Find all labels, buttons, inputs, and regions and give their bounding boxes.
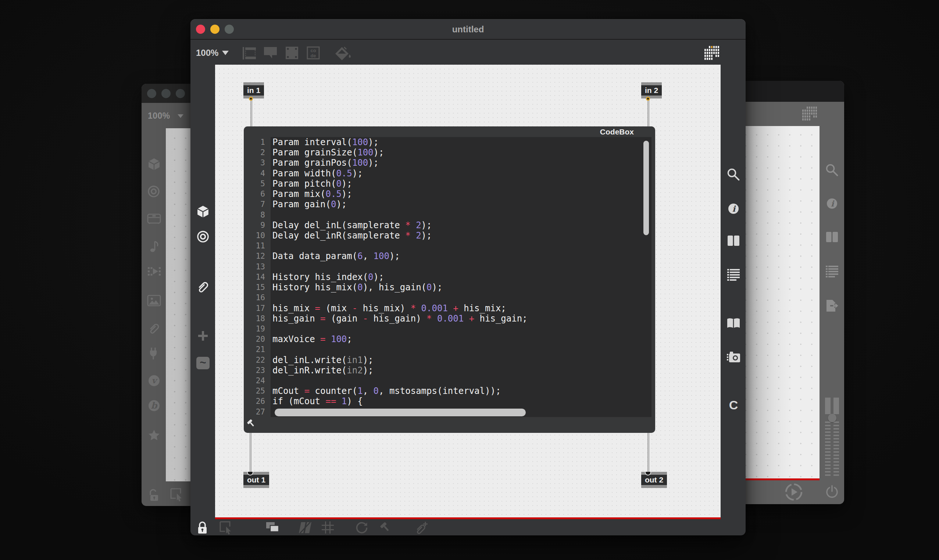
reference-book-icon[interactable] xyxy=(722,317,746,329)
code-line: Param width(0.5); xyxy=(273,168,652,178)
gen-tilde-glyph: ~ xyxy=(200,357,206,369)
code-line: his_gain = (gain - his_gain) * 0.001 + h… xyxy=(273,314,652,324)
code-line xyxy=(273,210,652,220)
patcher-canvas[interactable]: CodeBox Param interval(100);Param grainS… xyxy=(215,65,721,519)
compile-hammer-icon[interactable] xyxy=(246,418,256,428)
line-number: 11 xyxy=(244,241,265,251)
in1-object[interactable]: in 1 xyxy=(244,82,264,98)
inspector-info-icon[interactable]: i xyxy=(722,202,746,215)
snapshot-camera-icon[interactable] xyxy=(722,351,746,364)
line-number: 23 xyxy=(244,365,265,375)
object-cube-icon[interactable] xyxy=(190,205,215,218)
panel-icon[interactable] xyxy=(285,46,299,60)
lock-icon[interactable] xyxy=(196,521,208,534)
codebox-icon[interactable]: code xyxy=(307,46,320,60)
line-number: 15 xyxy=(244,282,265,292)
console-list-icon[interactable] xyxy=(722,268,746,281)
codebox-vertical-scrollbar[interactable] xyxy=(643,141,649,235)
code-line: Param grainSize(100); xyxy=(273,147,652,158)
in1-outlet[interactable] xyxy=(249,97,253,101)
add-icon[interactable] xyxy=(190,330,215,342)
console-list-icon[interactable] xyxy=(820,265,844,277)
codebox-label: CodeBox xyxy=(600,128,634,136)
titlebar[interactable]: untitled xyxy=(190,19,746,40)
plug-icon[interactable] xyxy=(147,347,160,360)
comment-icon[interactable] xyxy=(264,46,277,59)
amp-icon[interactable] xyxy=(147,213,161,224)
out1-label: out 1 xyxy=(244,475,269,485)
codebox-editor[interactable]: Param interval(100);Param grainSize(100)… xyxy=(271,137,652,417)
select-region-icon[interactable] xyxy=(219,520,233,535)
select-region-icon[interactable] xyxy=(170,487,184,502)
search-icon[interactable] xyxy=(722,167,746,182)
attach-icon[interactable] xyxy=(147,321,161,335)
in2-outlet[interactable] xyxy=(646,97,650,101)
in2-label: in 2 xyxy=(641,85,662,95)
out2-label: out 2 xyxy=(641,475,667,485)
zoom-button[interactable] xyxy=(176,89,185,98)
target-icon[interactable] xyxy=(147,185,160,198)
patch-cord-in1[interactable] xyxy=(250,98,252,127)
patcher-template-icon[interactable] xyxy=(243,46,256,60)
reinitialize-icon[interactable] xyxy=(355,521,369,535)
line-number: 24 xyxy=(244,375,265,386)
patch-cord-out1[interactable] xyxy=(250,433,251,472)
codebox-gutter: 1234567891011121314151617181920212223242… xyxy=(244,137,267,417)
codebox-horizontal-scrollbar[interactable] xyxy=(274,409,526,416)
object-palette-icon[interactable] xyxy=(705,46,719,60)
attach-icon[interactable] xyxy=(190,279,215,294)
meter-ticks xyxy=(834,422,839,477)
sidebar-panels-icon[interactable] xyxy=(820,231,844,243)
search-icon[interactable] xyxy=(820,163,844,177)
power-icon[interactable] xyxy=(825,485,839,499)
target-icon[interactable] xyxy=(190,230,215,243)
presentation-icon[interactable] xyxy=(298,521,313,534)
code-c-icon[interactable]: C xyxy=(722,398,746,412)
minimize-button[interactable] xyxy=(161,89,171,98)
zoom-level-dropdown[interactable]: 100% xyxy=(148,111,183,121)
audio-meter-knob[interactable] xyxy=(828,414,836,422)
out1-object[interactable]: out 1 xyxy=(244,472,269,488)
favorites-star-icon[interactable] xyxy=(148,429,160,441)
object-palette-icon[interactable] xyxy=(802,106,817,120)
zoom-level-dropdown[interactable]: 100% xyxy=(196,48,229,58)
beap-icon[interactable]: b xyxy=(147,399,161,413)
object-cube-icon[interactable] xyxy=(147,158,161,171)
code-line: Data data_param(6, 100); xyxy=(273,251,652,261)
sidebar-panels-icon[interactable] xyxy=(722,235,746,246)
export-icon[interactable] xyxy=(820,299,844,312)
zoom-level-value: 100% xyxy=(148,111,170,121)
line-number: 20 xyxy=(244,334,265,344)
codebox-object[interactable]: CodeBox Param interval(100);Param grainS… xyxy=(244,126,655,433)
build-hammer-icon[interactable] xyxy=(379,521,391,533)
line-number: 13 xyxy=(244,262,265,272)
code-line: Param grainPos(100); xyxy=(273,158,652,168)
line-number: 12 xyxy=(244,251,265,261)
unlock-icon[interactable] xyxy=(147,488,161,502)
code-line xyxy=(273,324,652,334)
grid-icon[interactable] xyxy=(321,521,335,534)
image-icon[interactable] xyxy=(147,295,161,306)
paint-bucket-icon[interactable] xyxy=(335,46,352,60)
vizzie-icon[interactable]: v xyxy=(147,374,161,388)
audio-meter[interactable] xyxy=(825,398,839,477)
audio-note-icon[interactable] xyxy=(149,240,160,252)
layers-icon[interactable] xyxy=(265,521,280,534)
codebox-code[interactable]: Param interval(100);Param grainSize(100)… xyxy=(273,137,652,417)
gen-tilde-icon[interactable]: ~ xyxy=(190,357,215,370)
activate-icon[interactable] xyxy=(784,483,803,502)
sequence-icon[interactable] xyxy=(147,265,161,278)
inspector-info-icon[interactable]: i xyxy=(820,197,844,210)
code-line: if (mCout == 1) { xyxy=(273,396,652,406)
in2-object[interactable]: in 2 xyxy=(641,82,662,98)
attach-add-icon[interactable] xyxy=(413,520,429,535)
close-button[interactable] xyxy=(147,89,156,98)
code-line xyxy=(273,241,652,251)
line-number: 5 xyxy=(244,178,265,189)
patch-cord-in2[interactable] xyxy=(648,98,649,127)
code-line: del_inL.write(in1); xyxy=(273,355,652,365)
patch-cord-out2[interactable] xyxy=(648,433,649,472)
window-title: untitled xyxy=(190,19,746,40)
out2-object[interactable]: out 2 xyxy=(641,472,667,488)
line-number: 2 xyxy=(244,147,265,158)
